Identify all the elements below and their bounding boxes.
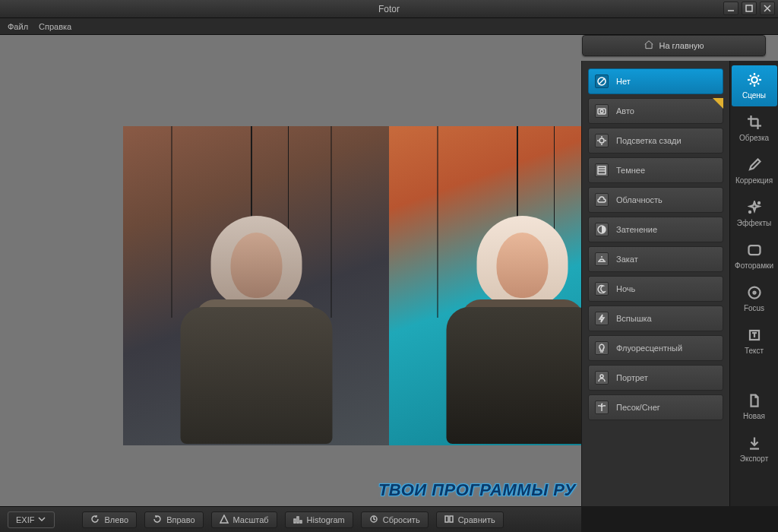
- tool-label: Текст: [745, 347, 764, 355]
- preset-cloud[interactable]: Облачность: [588, 187, 723, 213]
- compare-label: Сравнить: [458, 515, 495, 524]
- rotate-right-icon: [153, 515, 162, 525]
- preset-portrait[interactable]: Портрет: [588, 365, 723, 391]
- bottom-bar: EXIF Влево Вправо Масштаб Histogram Сбро…: [0, 506, 581, 532]
- preset-shade[interactable]: Затенение: [588, 217, 723, 242]
- svg-line-5: [599, 78, 605, 84]
- right-column: НетАвтоПодсветка сзадиТемнееОблачностьЗа…: [581, 61, 778, 506]
- compare-button[interactable]: Сравнить: [436, 511, 504, 528]
- minimize-button[interactable]: [723, 2, 738, 15]
- sunset-icon: [595, 252, 609, 266]
- tool-crop[interactable]: Обрезка: [732, 108, 777, 149]
- home-label: На главную: [659, 41, 704, 50]
- svg-line-31: [750, 83, 751, 84]
- download-icon: [748, 436, 761, 451]
- svg-rect-47: [294, 519, 296, 523]
- tool-label: Сцены: [742, 91, 766, 100]
- portrait-icon: [595, 371, 609, 385]
- preset-flash[interactable]: Вспышка: [588, 306, 723, 331]
- tool-text[interactable]: Текст: [732, 321, 777, 362]
- menu-bar: Файл Справка: [0, 18, 778, 35]
- palm-icon: [595, 401, 609, 414]
- maximize-button[interactable]: [742, 2, 757, 15]
- preset-moon[interactable]: Ночь: [588, 276, 723, 302]
- svg-point-7: [600, 110, 603, 113]
- svg-rect-1: [746, 5, 752, 11]
- tool-sidebar: СценыОбрезкаКоррекцияЭффектыФоторамкиFoc…: [729, 61, 778, 506]
- exif-label: EXIF: [16, 515, 34, 524]
- svg-point-36: [757, 201, 759, 203]
- histogram-button[interactable]: Histogram: [285, 511, 353, 528]
- pencil-icon: [748, 158, 761, 173]
- tool-pencil[interactable]: Коррекция: [732, 150, 777, 192]
- svg-marker-19: [599, 315, 604, 322]
- preset-label: Ночь: [616, 284, 635, 293]
- tool-label: Обрезка: [739, 134, 769, 142]
- tool-sun[interactable]: Сцены: [732, 65, 777, 106]
- preset-sunset[interactable]: Закат: [588, 246, 723, 272]
- svg-point-37: [748, 211, 750, 212]
- tool-target[interactable]: Focus: [732, 278, 777, 319]
- preset-label: Темнее: [616, 166, 645, 175]
- reset-label: Сбросить: [383, 515, 420, 524]
- text-icon: [748, 328, 761, 344]
- tool-label: Эффекты: [737, 219, 771, 227]
- compare-icon: [444, 515, 454, 525]
- reset-button[interactable]: Сбросить: [361, 511, 429, 528]
- rotate-left-button[interactable]: Влево: [82, 511, 137, 528]
- backlight-icon: [595, 134, 609, 147]
- title-bar: Fotor: [0, 0, 778, 18]
- exif-button[interactable]: EXIF: [8, 511, 55, 528]
- app-title: Fotor: [378, 4, 400, 14]
- bulb-icon: [595, 341, 609, 355]
- target-icon: [748, 286, 761, 301]
- home-button[interactable]: На главную: [582, 35, 766, 56]
- preset-label: Авто: [616, 106, 634, 116]
- moon-icon: [595, 282, 609, 296]
- preset-backlight[interactable]: Подсветка сзади: [588, 128, 723, 154]
- tool-label: Коррекция: [735, 176, 773, 185]
- svg-rect-51: [445, 516, 448, 522]
- prohibit-icon: [595, 74, 609, 88]
- sparkles-icon: [748, 201, 761, 216]
- preset-bulb[interactable]: Флуоресцентный: [588, 335, 723, 361]
- zoom-label: Масштаб: [233, 515, 269, 524]
- menu-file[interactable]: Файл: [8, 22, 28, 31]
- tool-sparkles[interactable]: Эффекты: [732, 193, 777, 234]
- flash-icon: [595, 312, 609, 325]
- svg-point-23: [751, 77, 757, 83]
- preset-label: Песок/Снег: [616, 403, 660, 412]
- preset-label: Закат: [616, 255, 638, 264]
- svg-marker-46: [220, 515, 228, 523]
- tool-file[interactable]: Новая: [732, 386, 777, 427]
- preset-camera[interactable]: Авто: [588, 98, 723, 124]
- svg-line-28: [750, 75, 751, 77]
- preset-darken[interactable]: Темнее: [588, 157, 723, 183]
- rotate-right-button[interactable]: Вправо: [144, 511, 203, 528]
- darken-icon: [595, 163, 609, 177]
- zoom-button[interactable]: Масштаб: [211, 511, 277, 528]
- svg-point-39: [748, 287, 760, 298]
- home-icon: [644, 40, 654, 52]
- menu-help[interactable]: Справка: [39, 22, 71, 31]
- preset-label: Затенение: [616, 225, 657, 234]
- preset-prohibit[interactable]: Нет: [588, 68, 723, 94]
- chevron-down-icon: [37, 515, 46, 525]
- image-before: [123, 126, 389, 445]
- histogram-label: Histogram: [307, 515, 345, 524]
- preset-palm[interactable]: Песок/Снег: [588, 394, 723, 420]
- tool-label: Экспорт: [740, 454, 769, 463]
- preset-label: Нет: [616, 77, 631, 86]
- tool-label: Focus: [744, 304, 764, 312]
- svg-line-30: [757, 75, 759, 77]
- tool-download[interactable]: Экспорт: [732, 429, 777, 470]
- image-compare: [123, 126, 655, 445]
- svg-rect-13: [598, 166, 606, 174]
- preset-label: Флуоресцентный: [616, 344, 682, 353]
- preset-label: Портрет: [616, 373, 648, 382]
- close-button[interactable]: [760, 2, 775, 15]
- tool-frame[interactable]: Фоторамки: [732, 236, 777, 277]
- reset-icon: [369, 515, 378, 525]
- shade-icon: [595, 223, 609, 236]
- svg-point-40: [753, 291, 755, 293]
